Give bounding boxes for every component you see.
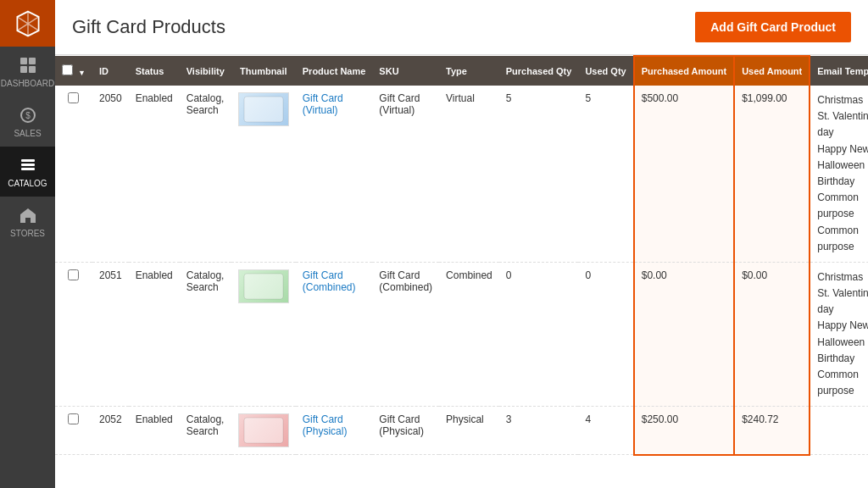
thumbnail-image xyxy=(238,413,289,447)
email-template-item: St. Valentines day xyxy=(817,108,868,141)
email-template-item: Common purpose xyxy=(817,367,868,399)
cell-email-templates: ChristmasSt. Valentines dayHappy New Yea… xyxy=(810,86,868,262)
cell-id: 2052 xyxy=(92,407,129,455)
email-template-item: Birthday xyxy=(817,351,868,367)
add-gift-card-button[interactable]: Add Gift Card Product xyxy=(695,12,851,42)
cell-thumbnail xyxy=(231,262,296,407)
cell-thumbnail xyxy=(231,86,296,262)
email-template-item: Christmas xyxy=(817,269,868,286)
email-template-item: Happy New Year xyxy=(817,318,868,334)
th-sku: SKU xyxy=(372,56,439,86)
table-row: 2051EnabledCatalog, SearchGift Card (Com… xyxy=(55,262,868,407)
sales-icon: $ xyxy=(18,105,38,125)
cell-type: Combined xyxy=(439,262,499,407)
th-visibility: Visibility xyxy=(180,56,231,86)
email-template-item: St. Valentines day xyxy=(817,286,868,318)
svg-rect-7 xyxy=(21,164,35,166)
sidebar-item-sales-label: SALES xyxy=(14,129,41,138)
cell-sku: Gift Card (Physical) xyxy=(372,407,439,455)
cell-type: Physical xyxy=(439,407,499,455)
email-template-item: Halloween xyxy=(817,335,868,351)
sort-icon: ▼ xyxy=(78,69,86,77)
th-purchased-amount: Purchased Amount xyxy=(634,56,734,86)
page-header: Gift Card Products Add Gift Card Product xyxy=(55,0,868,55)
svg-rect-8 xyxy=(21,168,35,170)
email-template-item: Halloween xyxy=(817,158,868,174)
select-all-checkbox[interactable] xyxy=(62,64,73,75)
cell-used-qty: 4 xyxy=(578,407,633,455)
cell-status: Enabled xyxy=(129,262,180,407)
email-template-item: Christmas xyxy=(817,92,868,108)
sidebar-item-catalog[interactable]: CATALOG xyxy=(0,147,55,197)
cell-used-qty: 5 xyxy=(578,86,633,262)
svg-rect-0 xyxy=(20,58,27,64)
sidebar-item-sales[interactable]: $ SALES xyxy=(0,97,55,147)
svg-rect-10 xyxy=(244,274,283,299)
thumbnail-image xyxy=(238,92,289,126)
cell-purchased-qty: 3 xyxy=(499,407,579,455)
svg-rect-2 xyxy=(20,66,27,73)
cell-email-templates xyxy=(810,407,868,455)
row-checkbox[interactable] xyxy=(68,269,79,280)
cell-id: 2050 xyxy=(92,86,129,262)
products-table: ▼ ID Status Visibility Thumbnail Product… xyxy=(55,55,868,456)
svg-text:$: $ xyxy=(25,111,31,120)
cell-used-amount: $240.72 xyxy=(734,407,810,455)
th-used-amount: Used Amount xyxy=(734,56,810,86)
svg-rect-9 xyxy=(244,97,283,122)
svg-rect-11 xyxy=(244,418,283,443)
cell-product-name: Gift Card (Physical) xyxy=(296,407,373,455)
th-purchased-qty: Purchased Qty xyxy=(499,56,579,86)
cell-visibility: Catalog, Search xyxy=(180,262,231,407)
sidebar-item-dashboard[interactable]: DASHBOARD xyxy=(0,47,55,97)
cell-purchased-amount: $250.00 xyxy=(634,407,734,455)
products-table-container: ▼ ID Status Visibility Thumbnail Product… xyxy=(55,55,868,488)
th-checkbox: ▼ xyxy=(55,56,92,86)
stores-icon xyxy=(18,205,38,225)
cell-purchased-qty: 0 xyxy=(499,262,579,407)
row-checkbox[interactable] xyxy=(68,92,79,103)
svg-rect-6 xyxy=(21,159,35,162)
th-status: Status xyxy=(129,56,180,86)
svg-rect-3 xyxy=(29,66,36,73)
sidebar-logo xyxy=(0,0,55,47)
cell-purchased-amount: $500.00 xyxy=(634,86,734,262)
product-name-link[interactable]: Gift Card (Virtual) xyxy=(303,92,343,116)
page-title: Gift Card Products xyxy=(72,16,225,38)
cell-used-qty: 0 xyxy=(578,262,633,407)
th-email-templates: Email Template(s) xyxy=(810,56,868,86)
cell-type: Virtual xyxy=(439,86,499,262)
th-type: Type xyxy=(439,56,499,86)
cell-product-name: Gift Card (Combined) xyxy=(296,262,373,407)
th-used-qty: Used Qty xyxy=(578,56,633,86)
catalog-icon xyxy=(18,155,38,175)
cell-product-name: Gift Card (Virtual) xyxy=(296,86,373,262)
cell-sku: Gift Card (Combined) xyxy=(372,262,439,407)
th-thumbnail: Thumbnail xyxy=(231,56,296,86)
thumbnail-image xyxy=(238,269,289,303)
cell-sku: Gift Card (Virtual) xyxy=(372,86,439,262)
cell-email-templates: ChristmasSt. Valentines dayHappy New Yea… xyxy=(810,262,868,407)
cell-status: Enabled xyxy=(129,86,180,262)
cell-used-amount: $1,099.00 xyxy=(734,86,810,262)
sidebar: DASHBOARD $ SALES CATALOG STORES xyxy=(0,0,55,488)
th-product-name: Product Name xyxy=(296,56,373,86)
email-template-item: Happy New Year xyxy=(817,141,868,158)
product-name-link[interactable]: Gift Card (Combined) xyxy=(303,269,356,293)
dashboard-icon xyxy=(18,55,38,75)
row-checkbox[interactable] xyxy=(68,413,79,424)
table-row: 2052EnabledCatalog, SearchGift Card (Phy… xyxy=(55,407,868,455)
sidebar-item-stores[interactable]: STORES xyxy=(0,197,55,247)
cell-visibility: Catalog, Search xyxy=(180,407,231,455)
cell-purchased-amount: $0.00 xyxy=(634,262,734,407)
cell-used-amount: $0.00 xyxy=(734,262,810,407)
cell-thumbnail xyxy=(231,407,296,455)
cell-visibility: Catalog, Search xyxy=(180,86,231,262)
th-id: ID xyxy=(92,56,129,86)
table-row: 2050EnabledCatalog, SearchGift Card (Vir… xyxy=(55,86,868,262)
product-name-link[interactable]: Gift Card (Physical) xyxy=(303,413,348,437)
sidebar-item-dashboard-label: DASHBOARD xyxy=(1,79,54,88)
email-template-item: Birthday xyxy=(817,174,868,190)
main-content: Gift Card Products Add Gift Card Product… xyxy=(55,0,868,488)
cell-purchased-qty: 5 xyxy=(499,86,579,262)
